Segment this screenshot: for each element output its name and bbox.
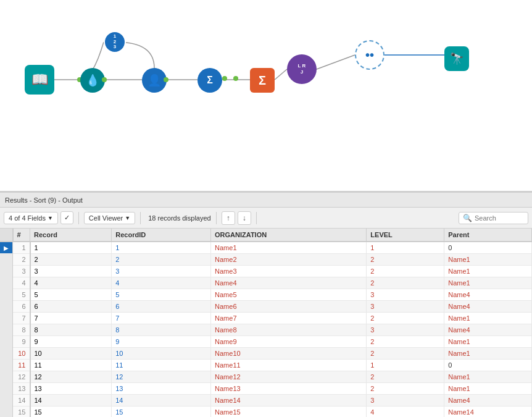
search-input[interactable] [475,214,524,222]
table-row[interactable]: 131313Name132Name1 [0,383,532,395]
cell-recordid: 4 [112,277,211,289]
table-row[interactable]: 141414Name143Name4 [0,395,532,406]
chevron-down-icon: ▼ [48,215,53,221]
cell-recordid: 6 [112,301,211,313]
cell-org: Name7 [211,313,367,324]
row-indicator [0,324,13,336]
table-row[interactable]: 888Name83Name4 [0,324,532,336]
cell-viewer-label: Cell Viewer [89,214,123,222]
row-indicator [0,254,13,266]
row-indicator [0,266,13,277]
node-join[interactable]: L RJ [287,54,317,84]
table-row[interactable]: 777Name72Name1 [0,313,532,324]
cell-parent: Name4 [444,289,532,301]
cell-parent: Name1 [444,371,532,383]
cell-parent: Name1 [444,254,532,266]
separator-1 [78,212,79,224]
col-level[interactable]: LEVEL [367,229,444,242]
table-row[interactable]: 222Name22Name1 [0,254,532,266]
row-num: 14 [13,395,30,406]
col-rownum[interactable]: # [13,229,30,242]
table-row[interactable]: 666Name63Name4 [0,301,532,313]
workflow-nodes: 📖 💧 123 👤 Σ Σ L RJ [12,19,518,142]
cell-recordid: 13 [112,383,211,395]
row-num: 12 [13,371,30,383]
node-numbers[interactable]: 123 [104,31,126,53]
cell-parent: Name14 [444,406,532,418]
cell-parent: Name4 [444,324,532,336]
cell-level: 4 [367,406,444,418]
panel-title-bar: Results - Sort (9) - Output [0,193,532,208]
table-row[interactable]: 111111Name1110 [0,360,532,371]
cell-parent: 0 [444,360,532,371]
search-box: 🔍 [459,212,528,224]
cell-level: 3 [367,289,444,301]
col-recordid[interactable]: RecordID [112,229,211,242]
row-num: 10 [13,348,30,360]
table-row[interactable]: 333Name32Name1 [0,266,532,277]
cell-level: 2 [367,313,444,324]
node-sigma[interactable]: Σ [250,68,275,93]
cell-org: Name1 [211,242,367,254]
fields-label: 4 of 4 Fields [9,214,46,222]
col-organization[interactable]: ORGANIZATION [211,229,367,242]
cell-parent: Name1 [444,336,532,348]
row-indicator [0,348,13,360]
col-indicator [0,229,13,242]
table-row[interactable]: 121212Name122Name1 [0,371,532,383]
col-parent[interactable]: Parent [444,229,532,242]
cell-level: 2 [367,266,444,277]
check-icon: ✓ [64,214,70,222]
cell-parent: Name4 [444,301,532,313]
sort-down-btn[interactable]: ↓ [238,211,251,225]
node-book[interactable]: 📖 [25,65,54,95]
row-indicator [0,360,13,371]
cell-org: Name4 [211,277,367,289]
row-num: 11 [13,360,30,371]
records-count: 18 records displayed [148,214,211,222]
cell-record: 12 [30,371,112,383]
cell-recordid: 2 [112,254,211,266]
checkmark-btn[interactable]: ✓ [60,211,73,224]
row-num: 13 [13,383,30,395]
results-table: # Record RecordID ORGANIZATION LEVEL Par… [0,229,532,417]
col-record[interactable]: Record [30,229,112,242]
row-num: 8 [13,324,30,336]
table-body: ▶111Name110222Name22Name1333Name32Name14… [0,242,532,417]
node-person[interactable]: 👤 [142,68,167,93]
cell-record: 4 [30,277,112,289]
cell-recordid: 14 [112,395,211,406]
cell-level: 2 [367,348,444,360]
cell-org: Name14 [211,395,367,406]
table-row[interactable]: 555Name53Name4 [0,289,532,301]
results-toolbar: 4 of 4 Fields ▼ ✓ Cell Viewer ▼ 18 recor… [0,208,532,229]
results-table-container[interactable]: # Record RecordID ORGANIZATION LEVEL Par… [0,229,532,417]
node-formula[interactable]: Σ [197,68,222,93]
sort-up-btn[interactable]: ↑ [222,211,235,225]
node-dots[interactable]: •• [355,40,384,70]
cell-record: 8 [30,324,112,336]
table-row[interactable]: 999Name92Name1 [0,336,532,348]
cell-record: 10 [30,348,112,360]
node-drop[interactable]: 💧 [80,68,105,93]
cell-recordid: 7 [112,313,211,324]
cell-record: 9 [30,336,112,348]
table-row[interactable]: ▶111Name110 [0,242,532,254]
fields-dropdown-btn[interactable]: 4 of 4 Fields ▼ [4,212,58,224]
row-num: 6 [13,301,30,313]
table-row[interactable]: 151515Name154Name14 [0,406,532,418]
cell-level: 1 [367,242,444,254]
cell-record: 13 [30,383,112,395]
table-row[interactable]: 101010Name102Name1 [0,348,532,360]
row-num: 5 [13,289,30,301]
cell-level: 3 [367,301,444,313]
cell-parent: Name1 [444,277,532,289]
cell-record: 15 [30,406,112,418]
node-browse[interactable]: 🔭 [444,46,469,71]
cell-viewer-btn[interactable]: Cell Viewer ▼ [84,212,135,224]
table-row[interactable]: 444Name42Name1 [0,277,532,289]
row-indicator: ▶ [0,242,13,254]
cell-org: Name6 [211,301,367,313]
row-indicator [0,313,13,324]
table-header-row: # Record RecordID ORGANIZATION LEVEL Par… [0,229,532,242]
